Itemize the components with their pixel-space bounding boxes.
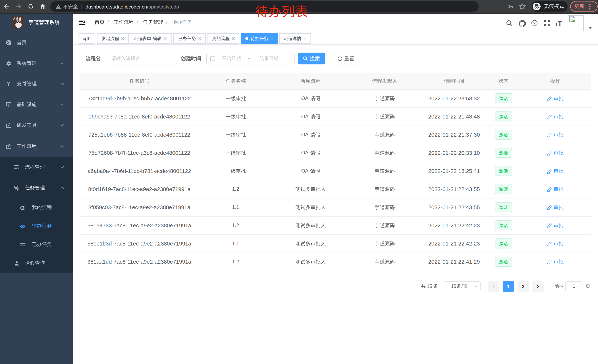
svg-text:?: ? — [533, 21, 536, 25]
